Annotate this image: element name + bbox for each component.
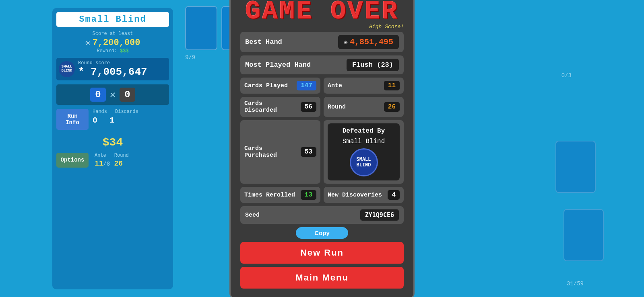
ante-stat-row: Ante 11 xyxy=(324,78,404,94)
cards-purchased-value: 53 xyxy=(301,147,316,157)
stats-grid: Cards Played 147 Ante 11 Cards Discarded… xyxy=(240,78,404,203)
game-over-title: GAME OVER xyxy=(240,0,404,25)
defeated-chip-label: SMALL BLIND xyxy=(351,157,377,168)
game-over-modal: GAME OVER High Score! Best Hand ✳ 4,851,… xyxy=(229,0,415,297)
copy-btn-container: Copy xyxy=(240,227,404,239)
most-played-row: Most Played Hand Flush (23) xyxy=(240,55,404,74)
defeated-name: Small Blind xyxy=(343,138,385,145)
best-hand-row: Best Hand ✳ 4,851,495 xyxy=(240,32,404,52)
times-rerolled-label: Times Rerolled xyxy=(244,192,297,199)
most-played-label: Most Played Hand xyxy=(245,61,343,69)
best-hand-number: 4,851,495 xyxy=(350,37,393,47)
ante-stat-value: 11 xyxy=(384,81,400,90)
modal-overlay: GAME OVER High Score! Best Hand ✳ 4,851,… xyxy=(0,0,644,297)
times-rerolled-row: Times Rerolled 13 xyxy=(240,187,320,203)
new-discoveries-label: New Discoveries xyxy=(328,192,384,199)
round-stat-value: 26 xyxy=(384,102,400,112)
cards-played-value: 147 xyxy=(297,81,316,90)
new-discoveries-row: New Discoveries 4 xyxy=(324,187,404,203)
round-stat-row: Round 26 xyxy=(324,97,404,117)
cards-purchased-row: Cards Purchased 53 xyxy=(240,120,320,184)
defeated-box: Defeated By Small Blind SMALL BLIND xyxy=(328,123,400,180)
cards-played-row: Cards Played 147 xyxy=(240,78,320,94)
times-rerolled-value: 13 xyxy=(301,190,316,200)
new-run-button[interactable]: New Run xyxy=(240,242,404,264)
seed-label: Seed xyxy=(245,212,356,219)
best-hand-label: Best Hand xyxy=(245,38,334,46)
defeated-label: Defeated By xyxy=(343,127,385,135)
copy-button[interactable]: Copy xyxy=(296,227,348,239)
cards-discarded-value: 56 xyxy=(301,102,316,112)
high-score-tag: High Score! xyxy=(369,24,404,30)
defeated-chip: SMALL BLIND xyxy=(350,148,378,176)
cards-discarded-label: Cards Discarded xyxy=(244,100,297,114)
main-menu-button[interactable]: Main Menu xyxy=(240,267,404,289)
ante-stat-label: Ante xyxy=(328,82,381,89)
cards-discarded-row: Cards Discarded 56 xyxy=(240,97,320,117)
cards-played-label: Cards Played xyxy=(244,82,293,89)
round-stat-label: Round xyxy=(328,104,381,111)
cards-purchased-label: Cards Purchased xyxy=(244,145,297,159)
new-discoveries-value: 4 xyxy=(388,190,400,200)
seed-value: ZY1Q9CE6 xyxy=(360,209,399,221)
most-played-value: Flush (23) xyxy=(347,59,399,71)
star-chip-icon: ✳ xyxy=(344,38,348,46)
defeated-by-row: Defeated By Small Blind SMALL BLIND xyxy=(324,120,404,184)
seed-row: Seed ZY1Q9CE6 xyxy=(240,206,404,224)
best-hand-value: ✳ 4,851,495 xyxy=(338,35,399,49)
